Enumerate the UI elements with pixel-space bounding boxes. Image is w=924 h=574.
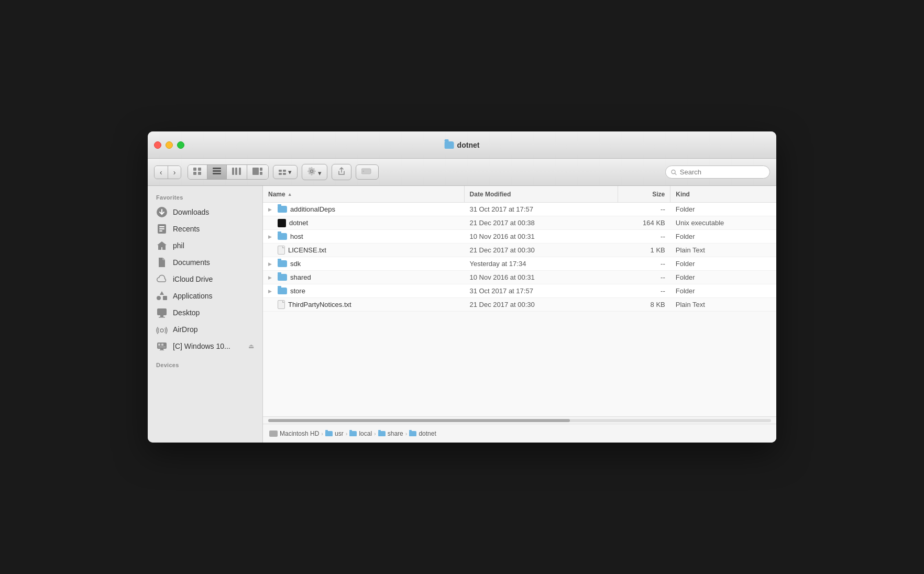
gallery-view-button[interactable] (247, 165, 268, 179)
svg-rect-14 (283, 170, 286, 172)
downloads-icon (156, 206, 168, 218)
traffic-lights (154, 141, 184, 149)
toolbar: ‹ › (148, 159, 776, 186)
gear-action-button[interactable]: ▾ (302, 164, 327, 180)
icon-view-icon (193, 168, 202, 175)
svg-line-20 (675, 173, 676, 174)
breadcrumb-item-usr[interactable]: usr (325, 430, 344, 437)
breadcrumb-item-local[interactable]: local (349, 430, 372, 437)
svg-rect-25 (159, 230, 162, 231)
svg-rect-7 (232, 168, 234, 175)
table-row[interactable]: dotnet 21 Dec 2017 at 00:38 164 KB Unix … (263, 216, 776, 230)
svg-rect-15 (279, 173, 282, 175)
svg-rect-27 (163, 296, 167, 300)
group-icon (279, 169, 286, 176)
svg-rect-11 (260, 168, 262, 171)
svg-rect-24 (159, 228, 164, 229)
forward-button[interactable]: › (168, 166, 181, 179)
sort-arrow: ▲ (288, 192, 292, 197)
svg-rect-5 (213, 170, 221, 172)
list-view-button[interactable] (207, 165, 227, 179)
phil-label: phil (173, 241, 184, 250)
expand-arrow: ▶ (268, 234, 274, 239)
icloud-label: iCloud Drive (173, 275, 213, 283)
sidebar: Favorites Downloads (148, 186, 263, 443)
sidebar-item-downloads[interactable]: Downloads (148, 204, 262, 220)
svg-rect-9 (239, 168, 241, 175)
maximize-button[interactable] (177, 141, 184, 149)
svg-rect-30 (159, 317, 165, 318)
folder-icon (349, 431, 357, 436)
size-column-header[interactable]: Size (618, 186, 670, 202)
breadcrumb-item-share[interactable]: share (378, 430, 403, 437)
file-icon (278, 246, 285, 255)
svg-rect-10 (252, 168, 259, 175)
table-row[interactable]: ▶ additionalDeps 31 Oct 2017 at 17:57 --… (263, 203, 776, 216)
svg-rect-3 (198, 172, 201, 175)
svg-rect-16 (283, 173, 286, 175)
sidebar-item-documents[interactable]: Documents (148, 254, 262, 271)
sidebar-item-phil[interactable]: phil (148, 237, 262, 254)
table-row[interactable]: ▶ store 31 Oct 2017 at 17:57 -- Folder (263, 284, 776, 298)
folder-icon (278, 233, 287, 240)
table-row[interactable]: ▶ host 10 Nov 2016 at 00:31 -- Folder (263, 230, 776, 244)
minimize-button[interactable] (166, 141, 173, 149)
sidebar-item-desktop[interactable]: Desktop (148, 304, 262, 321)
network-drive-icon (156, 340, 168, 352)
back-button[interactable]: ‹ (155, 166, 168, 179)
table-row[interactable]: ▶ sdk Yesterday at 17:34 -- Folder (263, 257, 776, 271)
search-box[interactable] (665, 165, 770, 179)
documents-label: Documents (173, 258, 210, 267)
sidebar-item-recents[interactable]: Recents (148, 220, 262, 237)
kind-column-header[interactable]: Kind (670, 186, 776, 202)
folder-icon (278, 206, 287, 213)
svg-rect-2 (193, 172, 196, 175)
table-row[interactable]: ▶ shared 10 Nov 2016 at 00:31 -- Folder (263, 271, 776, 284)
svg-rect-13 (279, 170, 282, 172)
sidebar-item-airdrop[interactable]: AirDrop (148, 321, 262, 338)
breadcrumb-separator: › (321, 431, 323, 437)
close-button[interactable] (154, 141, 161, 149)
svg-rect-0 (193, 168, 196, 171)
gallery-view-icon (252, 168, 263, 175)
column-view-button[interactable] (227, 165, 247, 179)
file-area: Name ▲ Date Modified Size Kind ▶ (263, 186, 776, 443)
table-row[interactable]: ThirdPartyNotices.txt 21 Dec 2017 at 00:… (263, 298, 776, 312)
horizontal-scrollbar[interactable] (263, 416, 776, 424)
icloud-icon (156, 273, 168, 285)
breadcrumb-item-dotnet[interactable]: dotnet (409, 430, 436, 437)
main-content: Favorites Downloads (148, 186, 776, 443)
recents-icon (156, 223, 168, 235)
svg-rect-1 (198, 168, 201, 171)
file-list: ▶ additionalDeps 31 Oct 2017 at 17:57 --… (263, 203, 776, 416)
icon-view-button[interactable] (188, 165, 207, 179)
sidebar-item-windows[interactable]: [C] Windows 10... ⏏ (148, 338, 262, 355)
svg-rect-8 (235, 168, 237, 175)
recents-label: Recents (173, 225, 200, 233)
sidebar-item-applications[interactable]: Applications (148, 288, 262, 304)
expand-arrow: ▶ (268, 275, 274, 280)
share-button[interactable] (332, 164, 351, 180)
svg-rect-12 (260, 172, 262, 175)
sidebar-item-icloud[interactable]: iCloud Drive (148, 271, 262, 288)
name-column-header[interactable]: Name ▲ (263, 186, 465, 202)
svg-rect-34 (161, 344, 163, 346)
windows-label: [C] Windows 10... (173, 342, 230, 350)
folder-icon (325, 431, 333, 436)
tag-button[interactable] (356, 164, 379, 180)
downloads-label: Downloads (173, 208, 209, 216)
date-column-header[interactable]: Date Modified (465, 186, 619, 202)
svg-rect-35 (158, 347, 166, 347)
group-button[interactable]: ▾ (273, 165, 298, 179)
scrollbar-thumb (268, 419, 570, 422)
applications-icon (156, 290, 168, 302)
search-input[interactable] (680, 168, 764, 176)
nav-buttons: ‹ › (154, 165, 181, 179)
documents-icon (156, 257, 168, 268)
table-row[interactable]: LICENSE.txt 21 Dec 2017 at 00:30 1 KB Pl… (263, 244, 776, 257)
airdrop-icon (156, 324, 168, 335)
window-title-area: dotnet (445, 141, 480, 149)
expand-arrow: ▶ (268, 289, 274, 294)
airdrop-label: AirDrop (173, 325, 197, 334)
breadcrumb-item-hd[interactable]: Macintosh HD (269, 430, 319, 437)
